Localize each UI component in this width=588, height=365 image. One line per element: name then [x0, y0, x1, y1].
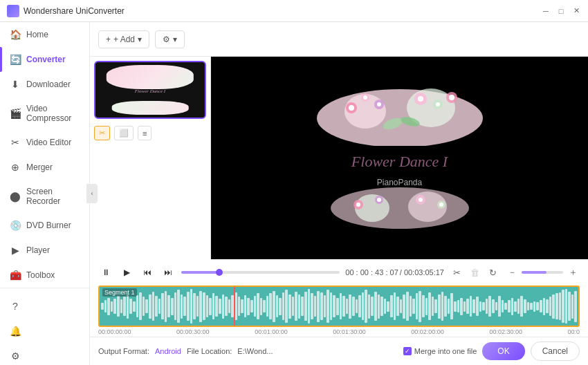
timeline-section: Segment 1 00:00:00:00 00:00:30:00 00:01:… [90, 286, 588, 337]
sidebar-notifications-button[interactable]: 🔔 [0, 319, 89, 344]
close-button[interactable]: ✕ [571, 6, 581, 16]
time-display: 00 : 00 : 43 : 07 / 00:03:05:17 [345, 268, 444, 277]
sidebar-label-player: Player [26, 245, 50, 255]
preview-artwork: Flower Dance I PianoPanda [296, 75, 504, 241]
sidebar-item-screen-recorder[interactable]: ⬤ Screen Recorder [0, 180, 89, 213]
prev-button[interactable]: ⏮ [140, 265, 155, 280]
pause-button[interactable]: ⏸ [98, 265, 113, 280]
merge-checkbox[interactable]: ✓ [403, 347, 412, 355]
volume-plus-icon[interactable]: ＋ [566, 265, 580, 279]
add-file-label: + Add [113, 35, 135, 44]
sidebar-label-home: Home [26, 30, 48, 39]
sidebar-label-dvd-burner: DVD Burner [26, 221, 71, 230]
info-icon-button[interactable]: ⬜ [114, 126, 134, 140]
sidebar-item-downloader[interactable]: ⬇ Downloader [0, 72, 89, 97]
ruler-mark-2: 00:01:00:00 [255, 328, 288, 335]
waveform-container[interactable]: Segment 1 [98, 286, 580, 327]
title-bar: Wondershare UniConverter ─ □ ✕ [0, 0, 588, 22]
svg-point-6 [363, 95, 367, 100]
artwork-title: Flower Dance I [351, 151, 448, 173]
output-format-value: Android [155, 347, 181, 355]
refresh-icon[interactable]: ↻ [486, 265, 499, 279]
add-dropdown-icon: ▾ [138, 35, 142, 44]
next-button[interactable]: ⏭ [160, 265, 176, 280]
gear-icon: ⚙ [10, 350, 21, 362]
settings-button[interactable]: ⚙ ▾ [155, 30, 185, 48]
volume-bar[interactable] [522, 271, 563, 274]
screen-recorder-icon: ⬤ [10, 191, 21, 202]
file-location-value: E:\Wond... [237, 347, 397, 355]
bottom-floral-svg [324, 187, 476, 232]
svg-point-4 [349, 105, 354, 111]
total-time: / 00:03:05:17 [400, 268, 444, 277]
file-list-panel: Flower Dance I ✂ ⬜ ≡ [90, 57, 211, 259]
app-logo: Wondershare UniConverter [7, 5, 541, 17]
maximize-button[interactable]: □ [556, 6, 566, 16]
svg-point-17 [331, 187, 469, 229]
player-section: ⏸ ▶ ⏮ ⏭ 00 : 00 : 43 : 07 / 00:03:05:17 … [90, 259, 588, 337]
sidebar-item-player[interactable]: ▶ Player [0, 238, 89, 263]
sidebar-label-merger: Merger [26, 162, 53, 172]
sidebar-help-button[interactable]: ? [0, 294, 89, 319]
video-editor-icon: ✂ [10, 137, 21, 148]
content-area: Flower Dance I ✂ ⬜ ≡ [90, 57, 588, 259]
svg-point-27 [439, 203, 443, 207]
progress-thumb [216, 269, 223, 276]
app-icon [7, 5, 19, 17]
merge-checkbox-container: ✓ Merge into one file [403, 347, 477, 355]
scissors-icon[interactable]: ✂ [450, 265, 463, 279]
video-compressor-icon: 🎬 [10, 108, 21, 119]
sidebar-label-toolbox: Toolbox [26, 270, 55, 280]
player-icon: ▶ [10, 245, 21, 256]
progress-bar[interactable] [181, 271, 340, 274]
svg-point-23 [377, 198, 381, 202]
ruler-mark-0: 00:00:00:00 [98, 328, 131, 335]
app-body: 🏠 Home 🔄 Converter ⬇ Downloader 🎬 Video … [0, 22, 588, 365]
merge-label: Merge into one file [414, 347, 477, 355]
sidebar-item-home[interactable]: 🏠 Home [0, 22, 89, 47]
top-floral-svg [310, 84, 490, 146]
sidebar-item-merger[interactable]: ⊕ Merger [0, 155, 89, 180]
sidebar-item-video-compressor[interactable]: 🎬 Video Compressor [0, 97, 89, 130]
current-time: 00 : 00 : 43 : 07 [345, 268, 398, 277]
sidebar-item-converter[interactable]: 🔄 Converter [0, 47, 89, 72]
sidebar-label-video-editor: Video Editor [26, 138, 71, 147]
timeline-ruler: 00:00:00:00 00:00:30:00 00:01:00:00 00:0… [90, 327, 588, 337]
sidebar-label-downloader: Downloader [26, 79, 71, 89]
settings-dropdown-icon: ▾ [173, 35, 177, 44]
window-controls: ─ □ ✕ [541, 6, 581, 16]
minimize-button[interactable]: ─ [541, 6, 551, 16]
ruler-mark-4: 00:02:00:00 [411, 328, 444, 335]
artwork-subtitle: PianoPanda [377, 178, 422, 187]
svg-point-10 [418, 96, 423, 102]
cancel-button[interactable]: Cancel [531, 341, 580, 361]
bottom-bar: Output Format: Android File Location: E:… [90, 337, 588, 365]
volume-fill [522, 271, 546, 274]
cut-icon-button[interactable]: ✂ [94, 126, 110, 140]
list-icon-button[interactable]: ≡ [138, 126, 151, 140]
add-file-button[interactable]: + + Add ▾ [98, 30, 149, 48]
sidebar-item-toolbox[interactable]: 🧰 Toolbox [0, 263, 89, 288]
ok-button[interactable]: OK [482, 342, 524, 360]
toolbox-icon: 🧰 [10, 270, 21, 281]
help-icon: ? [10, 301, 21, 312]
dvd-burner-icon: 💿 [10, 220, 21, 231]
thumbnail-inner: Flower Dance I [95, 62, 205, 118]
preview-panel: Flower Dance I PianoPanda [211, 57, 588, 259]
volume-minus-icon[interactable]: － [505, 265, 519, 279]
sidebar-item-dvd-burner[interactable]: 💿 DVD Burner [0, 213, 89, 238]
volume-container: － ＋ [505, 265, 580, 279]
settings-icon: ⚙ [163, 35, 170, 44]
sidebar-settings-button[interactable]: ⚙ [0, 344, 89, 365]
converter-icon: 🔄 [10, 54, 21, 65]
sidebar-collapse-button[interactable]: ‹ [86, 184, 98, 203]
delete-icon[interactable]: 🗑 [468, 265, 481, 279]
app-name: Wondershare UniConverter [24, 6, 125, 16]
file-thumbnail[interactable]: Flower Dance I [94, 61, 206, 119]
file-location-label: File Location: [187, 347, 232, 355]
downloader-icon: ⬇ [10, 79, 21, 90]
sidebar-item-video-editor[interactable]: ✂ Video Editor [0, 130, 89, 155]
bell-icon: 🔔 [10, 326, 21, 337]
file-list-icons: ✂ ⬜ ≡ [94, 123, 206, 143]
play-button[interactable]: ▶ [119, 265, 134, 280]
